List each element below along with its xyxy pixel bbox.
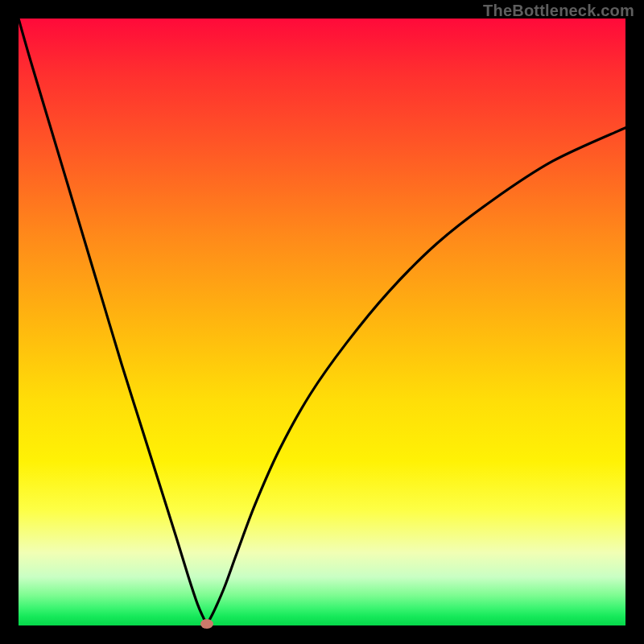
optimum-marker <box>200 619 213 629</box>
chart-frame: TheBottleneck.com <box>0 0 644 644</box>
watermark-text: TheBottleneck.com <box>483 2 634 20</box>
plot-area <box>19 19 625 625</box>
bottleneck-curve <box>19 19 625 625</box>
